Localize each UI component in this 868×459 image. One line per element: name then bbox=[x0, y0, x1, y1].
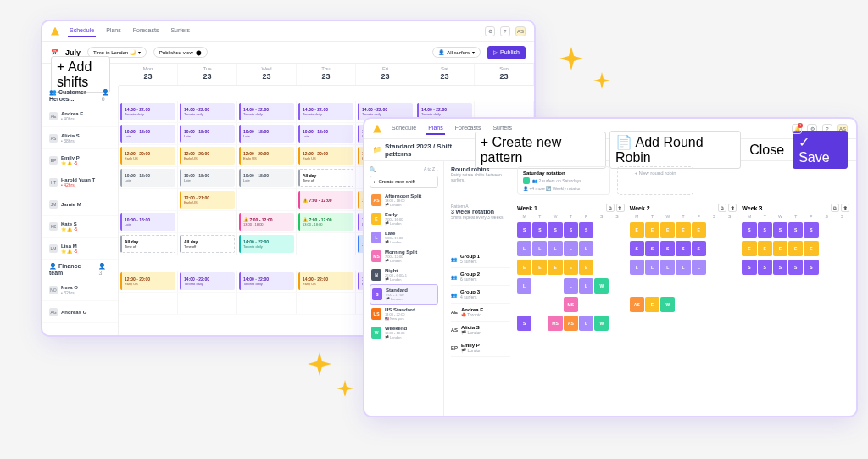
pattern-cell[interactable] bbox=[820, 278, 834, 294]
nav-schedule[interactable]: Schedule bbox=[390, 122, 418, 135]
pattern-cell[interactable] bbox=[548, 297, 562, 312]
shift-cell[interactable] bbox=[237, 293, 297, 314]
pattern-cell[interactable]: S bbox=[517, 316, 531, 331]
pattern-cell[interactable]: L bbox=[517, 241, 531, 256]
shift-cell[interactable]: All dayTime off bbox=[297, 167, 356, 188]
pattern-group[interactable]: 👥Group 15 surfers bbox=[451, 250, 510, 268]
pattern-cell[interactable] bbox=[820, 241, 834, 256]
pattern-cell[interactable]: E bbox=[630, 222, 644, 238]
pattern-cell[interactable] bbox=[660, 316, 675, 331]
pattern-cell[interactable] bbox=[722, 222, 737, 238]
pattern-cell[interactable]: S bbox=[773, 260, 787, 275]
pattern-cell[interactable]: S bbox=[804, 260, 818, 275]
pattern-cell[interactable] bbox=[532, 316, 547, 331]
copy-icon[interactable]: ⧉ bbox=[718, 204, 726, 212]
pattern-cell[interactable]: E bbox=[773, 241, 787, 256]
pattern-cell[interactable] bbox=[579, 297, 593, 312]
view-toggle[interactable]: Published view ⬤ bbox=[153, 47, 208, 58]
pattern-cell[interactable] bbox=[722, 278, 737, 294]
delete-icon[interactable]: 🗑 bbox=[616, 204, 625, 212]
shift-cell[interactable]: 14:00 - 22:00Toronto daily bbox=[237, 233, 297, 255]
shift-cell[interactable]: ⚠️ 7:00 - 12:0013:00 - 18:00 bbox=[297, 211, 356, 232]
nav-forecasts[interactable]: Forecasts bbox=[131, 25, 161, 37]
shift-cell[interactable]: 10:00 - 18:00Late bbox=[119, 167, 178, 188]
publish-button[interactable]: ▷ Publish bbox=[487, 46, 526, 59]
pattern-cell[interactable] bbox=[742, 278, 756, 294]
shift-cell[interactable]: 14:00 - 22:00Toronto daily bbox=[178, 271, 237, 292]
pattern-cell[interactable]: L bbox=[579, 278, 593, 294]
shift-cell[interactable]: 14:00 - 22:00Early US bbox=[297, 271, 356, 292]
pattern-cell[interactable] bbox=[609, 241, 624, 256]
pattern-cell[interactable]: S bbox=[660, 241, 675, 256]
pattern-cell[interactable] bbox=[660, 278, 675, 294]
person-row[interactable]: HTHarold Yuan T• 42hrs bbox=[42, 171, 118, 193]
filter-dropdown[interactable]: 👤 All surfers ▾ bbox=[432, 47, 481, 58]
pattern-cell[interactable] bbox=[820, 316, 834, 331]
pattern-cell[interactable]: MS bbox=[548, 316, 562, 331]
pattern-cell[interactable] bbox=[630, 316, 644, 331]
help-icon[interactable]: ? bbox=[500, 26, 510, 36]
pattern-cell[interactable] bbox=[707, 241, 721, 256]
shift-cell[interactable] bbox=[297, 293, 356, 314]
pattern-cell[interactable] bbox=[820, 260, 834, 275]
person-row[interactable]: LMLisa M⭐ ⚠️ -5 bbox=[42, 238, 118, 260]
pattern-cell[interactable] bbox=[804, 316, 818, 331]
pattern-group[interactable]: AEAndrea E🍁 Toronto bbox=[451, 304, 510, 322]
pattern-cell[interactable]: AS bbox=[564, 316, 578, 331]
pattern-cell[interactable]: S bbox=[758, 222, 772, 238]
pattern-cell[interactable] bbox=[594, 222, 609, 238]
notification-icon[interactable]: 🔔1 bbox=[792, 124, 802, 134]
round-robin-card[interactable]: Saturday rotation 👥 2 surfers on Saturda… bbox=[517, 166, 610, 195]
shift-cell[interactable]: 10:00 - 18:00Late bbox=[237, 123, 297, 144]
pattern-cell[interactable]: E bbox=[742, 241, 756, 256]
pattern-cell[interactable]: L bbox=[517, 278, 531, 294]
pattern-cell[interactable]: AS bbox=[630, 297, 644, 312]
pattern-cell[interactable] bbox=[835, 316, 849, 331]
nav-plans[interactable]: Plans bbox=[104, 25, 123, 37]
pattern-cell[interactable]: E bbox=[517, 260, 531, 275]
pattern-cell[interactable] bbox=[722, 316, 737, 331]
pattern-cell[interactable]: S bbox=[532, 222, 547, 238]
pattern-cell[interactable] bbox=[804, 297, 818, 312]
pattern-cell[interactable]: E bbox=[758, 241, 772, 256]
shift-cell[interactable]: 10:00 - 18:00Late bbox=[178, 123, 237, 144]
pattern-cell[interactable] bbox=[645, 278, 659, 294]
shift-type-l[interactable]: LLate9:00 - 17:00🏴 London bbox=[370, 228, 438, 247]
shift-cell[interactable]: 10:00 - 18:00Late bbox=[297, 123, 356, 144]
shift-type-us[interactable]: USUS Standard14:00 - 22:00🇺🇸 New york bbox=[370, 305, 438, 323]
shift-cell[interactable]: ⚠️ 7:00 - 12:00 bbox=[297, 189, 356, 210]
shift-cell[interactable]: 12:00 - 20:00Early US bbox=[178, 145, 237, 166]
pattern-cell[interactable] bbox=[707, 260, 721, 275]
shift-cell[interactable]: 14:00 - 22:00Toronto daily bbox=[178, 101, 237, 122]
shift-cell[interactable] bbox=[237, 189, 297, 210]
group-header[interactable]: 👤 Finance team 👤 3 bbox=[42, 260, 118, 279]
close-button[interactable]: Close bbox=[744, 140, 789, 160]
pattern-cell[interactable] bbox=[609, 222, 624, 238]
pattern-cell[interactable] bbox=[707, 278, 721, 294]
pattern-cell[interactable]: S bbox=[630, 241, 644, 256]
sort-button[interactable]: A to Z ↓ bbox=[424, 166, 438, 172]
pattern-cell[interactable] bbox=[773, 316, 787, 331]
shift-cell[interactable]: 10:00 - 18:00Late bbox=[178, 167, 237, 188]
person-row[interactable]: AEAndrea E• 40hrs bbox=[42, 105, 118, 127]
person-row[interactable]: AGAndreas G bbox=[42, 301, 118, 323]
shift-cell[interactable] bbox=[119, 293, 178, 314]
pattern-cell[interactable]: W bbox=[660, 297, 675, 312]
shift-type-s[interactable]: SStandard9:00 - 17:00🏴 London bbox=[370, 284, 438, 305]
pattern-cell[interactable] bbox=[692, 316, 706, 331]
shift-cell[interactable]: 10:00 - 18:00Late bbox=[119, 211, 178, 232]
shift-type-n[interactable]: NNight22:00 - 6:00+1🏴 London bbox=[370, 266, 438, 284]
search-icon[interactable]: 🔍 bbox=[370, 166, 376, 172]
pattern-cell[interactable]: E bbox=[692, 222, 706, 238]
shift-cell[interactable]: All dayTime off bbox=[178, 233, 237, 255]
pattern-cell[interactable] bbox=[609, 316, 624, 331]
pattern-cell[interactable] bbox=[788, 316, 803, 331]
pattern-group[interactable]: 👥Group 34 surfers bbox=[451, 286, 510, 304]
pattern-cell[interactable]: E bbox=[532, 260, 547, 275]
pattern-cell[interactable]: S bbox=[788, 222, 803, 238]
shift-cell[interactable]: 12:00 - 20:00Early US bbox=[297, 145, 356, 166]
shift-cell[interactable] bbox=[178, 211, 237, 232]
nav-surfers[interactable]: Surfers bbox=[169, 25, 192, 37]
pattern-cell[interactable] bbox=[707, 222, 721, 238]
pattern-cell[interactable] bbox=[676, 297, 690, 312]
